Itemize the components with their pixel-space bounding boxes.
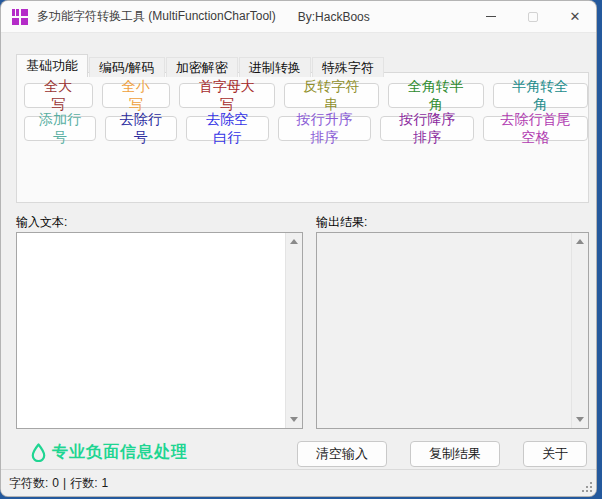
- tab-0[interactable]: 基础功能: [16, 54, 88, 77]
- input-textarea[interactable]: [16, 232, 303, 429]
- function-button-row2-2[interactable]: 去除空白行: [186, 116, 269, 141]
- line-count-value: 1: [102, 476, 109, 490]
- function-panel: 全大写全小写首字母大写反转字符串全角转半角半角转全角 添加行号去除行号去除空白行…: [16, 72, 589, 203]
- function-button-row2-5[interactable]: 去除行首尾空格: [483, 116, 588, 141]
- maximize-icon: [528, 12, 538, 22]
- logo-tile: [12, 9, 19, 16]
- input-label: 输入文本:: [16, 214, 67, 231]
- logo-tile: [21, 18, 28, 25]
- line-count-label: 行数:: [70, 475, 97, 492]
- minimize-button[interactable]: [470, 1, 512, 32]
- close-icon: ✕: [570, 10, 581, 23]
- app-window: 多功能字符转换工具 (MultiFunctionCharTool) By:Hac…: [0, 0, 597, 497]
- function-button-row2-3[interactable]: 按行升序排序: [278, 116, 372, 141]
- output-label: 输出结果:: [316, 214, 367, 231]
- function-button-row1-0[interactable]: 全大写: [24, 83, 93, 108]
- char-count-label: 字符数:: [9, 475, 48, 492]
- close-button[interactable]: ✕: [554, 1, 596, 32]
- scroll-down-button[interactable]: [286, 411, 302, 428]
- function-button-row1-3[interactable]: 反转字符串: [284, 83, 380, 108]
- tab-2[interactable]: 加密解密: [166, 57, 238, 77]
- tab-1[interactable]: 编码/解码: [89, 57, 165, 77]
- function-button-row-2: 添加行号去除行号去除空白行按行升序排序按行降序排序去除行首尾空格: [24, 116, 588, 141]
- title-bar: 多功能字符转换工具 (MultiFunctionCharTool) By:Hac…: [1, 1, 596, 33]
- footer-button-0[interactable]: 清空输入: [297, 441, 387, 467]
- status-bar: 字符数: 0 | 行数: 1: [1, 469, 596, 496]
- char-count-value: 0: [52, 476, 59, 490]
- footer-button-1[interactable]: 复制结果: [410, 441, 500, 467]
- logo-tile: [21, 9, 28, 16]
- brand-text: 专业负面信息处理: [52, 442, 188, 463]
- footer-button-group: 清空输入复制结果关于: [297, 441, 587, 467]
- minimize-icon: [486, 16, 496, 17]
- desktop-background: 多功能字符转换工具 (MultiFunctionCharTool) By:Hac…: [0, 0, 602, 499]
- tab-4[interactable]: 特殊字符: [312, 57, 384, 77]
- footer-button-2[interactable]: 关于: [523, 441, 587, 467]
- function-button-row1-2[interactable]: 首字母大写: [179, 83, 275, 108]
- function-button-row2-0[interactable]: 添加行号: [24, 116, 96, 141]
- logo-tile: [12, 18, 19, 25]
- arrow-up-icon: [576, 239, 584, 244]
- arrow-down-icon: [290, 417, 298, 422]
- tab-bar: 基础功能编码/解码加密解密进制转换特殊字符: [16, 54, 384, 77]
- tab-3[interactable]: 进制转换: [239, 57, 311, 77]
- resize-grip-icon[interactable]: [580, 480, 593, 493]
- scroll-up-button[interactable]: [286, 233, 302, 250]
- function-button-row2-4[interactable]: 按行降序排序: [380, 116, 474, 141]
- function-button-row1-1[interactable]: 全小写: [102, 83, 171, 108]
- window-byline: By:HackBoos: [298, 10, 370, 24]
- status-separator: |: [63, 476, 66, 490]
- scroll-up-button[interactable]: [572, 233, 588, 250]
- maximize-button[interactable]: [512, 1, 554, 32]
- function-button-row1-5[interactable]: 半角转全角: [493, 83, 589, 108]
- droplet-icon: [31, 443, 46, 462]
- window-title: 多功能字符转换工具 (MultiFunctionCharTool): [37, 8, 276, 25]
- window-controls: ✕: [470, 1, 596, 32]
- app-logo-icon: [12, 9, 28, 25]
- function-button-row-1: 全大写全小写首字母大写反转字符串全角转半角半角转全角: [24, 83, 588, 108]
- scroll-down-button[interactable]: [572, 411, 588, 428]
- output-scrollbar[interactable]: [571, 233, 588, 428]
- arrow-down-icon: [576, 417, 584, 422]
- input-scrollbar[interactable]: [285, 233, 302, 428]
- function-button-row2-1[interactable]: 去除行号: [105, 116, 177, 141]
- output-textarea[interactable]: [316, 232, 589, 429]
- arrow-up-icon: [290, 239, 298, 244]
- brand-area: 专业负面信息处理: [31, 442, 188, 463]
- function-button-row1-4[interactable]: 全角转半角: [388, 83, 484, 108]
